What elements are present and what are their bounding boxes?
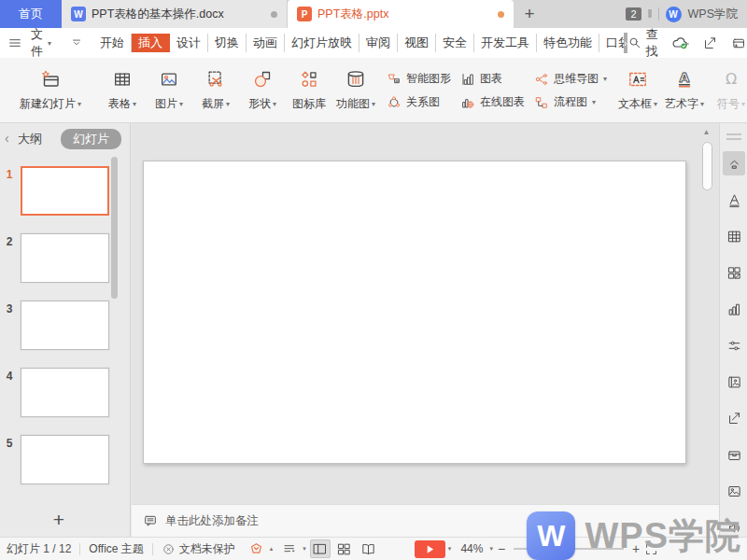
share-panel-icon[interactable]	[723, 406, 745, 430]
ribbon-button-picture[interactable]: 图片▾	[146, 58, 192, 122]
chart-panel-icon[interactable]	[723, 297, 745, 321]
ribbon-button-relation-diagram[interactable]: 关系图	[387, 94, 451, 110]
ribbon-button-mindmap[interactable]: 思维导图▾	[534, 71, 607, 87]
ribbon-button-flowchart[interactable]: 流程图▾	[534, 94, 607, 110]
panel-collapse-icon[interactable]	[723, 151, 745, 175]
panel-collapse-arrow-icon[interactable]: ‹	[5, 131, 9, 146]
slide-page[interactable]	[143, 161, 686, 464]
menu-item-review[interactable]: 审阅	[359, 34, 398, 52]
slide-panel: ‹ 大纲 幻灯片 12345 +	[0, 123, 131, 537]
ribbon-label-function-diagram: 功能图▾	[336, 96, 375, 112]
ribbon-button-screenshot[interactable]: 截屏▾	[192, 58, 239, 122]
slide-thumbnail-4[interactable]: 4	[0, 368, 131, 421]
ribbon-button-chart[interactable]: 图表	[460, 71, 525, 87]
unsaved-dot-icon	[271, 11, 277, 18]
ribbon-button-online-chart[interactable]: 在线图表	[460, 94, 525, 110]
notes-toggle-button[interactable]: ▾	[282, 541, 306, 556]
ribbon-button-new-slide[interactable]: 新建幻灯片▾	[13, 58, 88, 122]
zoom-out-button[interactable]: −	[498, 541, 505, 556]
ribbon-button-table[interactable]: 表格▾	[99, 58, 146, 122]
home-button[interactable]: 首页	[0, 0, 62, 28]
picture-panel-icon[interactable]	[723, 479, 745, 503]
add-slide-button[interactable]: +	[0, 509, 118, 531]
ribbon-toolbar: 新建幻灯片▾表格▾图片▾截屏▾形状▾图标库功能图▾智能图形关系图图表在线图表思维…	[0, 58, 747, 123]
layout-panel-icon[interactable]	[723, 260, 745, 285]
hamburger-menu-icon[interactable]	[7, 35, 22, 50]
image-library-panel-icon[interactable]	[723, 370, 745, 394]
ribbon-label-new-slide: 新建幻灯片▾	[20, 96, 81, 112]
home-button-label: 首页	[19, 6, 43, 22]
view-switcher	[310, 539, 403, 558]
view-slideshow-button[interactable]	[383, 539, 403, 558]
brand-label[interactable]: WPS学院	[688, 7, 738, 22]
ribbon-button-shapes[interactable]: 形状▾	[239, 58, 286, 122]
slide-thumbnail-5[interactable]: 5	[0, 435, 131, 488]
zoom-in-button[interactable]: +	[632, 541, 640, 556]
view-sorter-button[interactable]	[334, 539, 355, 558]
view-reading-button[interactable]	[359, 539, 379, 558]
wps-logo-icon[interactable]: W	[666, 7, 682, 22]
menu-item-special-features[interactable]: 特色功能	[537, 34, 599, 52]
table-panel-icon[interactable]	[723, 224, 745, 248]
ribbon-button-wordart[interactable]: A艺术字▾	[661, 58, 708, 122]
ribbon-button-function-diagram[interactable]: 功能图▾	[332, 58, 379, 122]
menu-item-home[interactable]: 开始	[92, 34, 132, 52]
menu-item-devtools[interactable]: 开发工具	[474, 34, 537, 52]
slide-thumb-preview[interactable]	[21, 166, 109, 216]
toolbox-panel-icon[interactable]	[723, 442, 745, 467]
sidebar-drag-handle[interactable]	[726, 133, 741, 143]
slide-thumb-preview[interactable]	[21, 233, 109, 283]
share-icon[interactable]	[702, 35, 718, 51]
doc-tab-writer-doc[interactable]: WPPT表格的基本操作.docx	[62, 0, 288, 28]
smart-graphics-icon	[387, 72, 402, 87]
menu-item-transition[interactable]: 切换	[208, 34, 247, 52]
zoom-slider[interactable]	[514, 548, 624, 550]
screenshot-icon	[205, 66, 226, 92]
slide-thumbnail-3[interactable]: 3	[0, 301, 131, 354]
notes-bubble-icon	[143, 513, 158, 528]
slide-thumb-preview[interactable]	[21, 435, 109, 484]
menu-item-slideshow[interactable]: 幻灯片放映	[285, 34, 359, 52]
fit-to-window-icon[interactable]	[644, 542, 658, 556]
cloud-sync-icon[interactable]	[671, 35, 689, 52]
tab-slides[interactable]: 幻灯片	[61, 129, 121, 149]
slide-thumb-preview[interactable]	[21, 301, 109, 350]
menu-item-insert[interactable]: 插入	[132, 34, 170, 52]
slide-thumb-preview[interactable]	[21, 368, 109, 417]
ribbon-button-icon-library[interactable]: 图标库	[286, 58, 332, 122]
docer-resources-button[interactable]: ▴	[248, 541, 274, 557]
ribbon-button-textbox[interactable]: 文本框▾	[614, 58, 661, 122]
document-protection[interactable]: 文档未保护	[162, 541, 235, 557]
canvas-scrollbar[interactable]	[702, 142, 712, 190]
chart-icon	[460, 72, 475, 87]
new-note-icon[interactable]	[731, 35, 747, 51]
ribbon-button-smart-graphics[interactable]: 智能图形	[387, 71, 451, 87]
zoom-slider-knob[interactable]	[540, 542, 552, 554]
menu-item-design[interactable]: 设计	[170, 34, 208, 52]
doc-tab-ppt-doc[interactable]: PPPT表格.pptx	[288, 0, 514, 28]
menu-item-view[interactable]: 视图	[398, 34, 436, 52]
svg-text:Ω: Ω	[726, 70, 737, 88]
dropdown-caret-icon: ▾	[133, 100, 136, 108]
file-menu-button[interactable]: 文件 ▾	[22, 26, 55, 60]
search-button[interactable]: 查找	[627, 26, 658, 60]
slide-panel-scrollbar[interactable]	[111, 157, 118, 299]
canvas-scroll-up-icon[interactable]: ▲	[701, 128, 712, 136]
menu-item-security[interactable]: 安全	[436, 34, 474, 52]
menu-item-pocket[interactable]: 口袋	[599, 34, 624, 52]
ribbon-label-symbol: 符号▾	[717, 96, 745, 112]
play-slideshow-button[interactable]	[415, 540, 445, 558]
dropdown-caret-icon: ▾	[654, 100, 657, 108]
wordart-panel-icon[interactable]	[723, 188, 745, 212]
quick-access-icon[interactable]	[70, 36, 83, 49]
zoom-percentage[interactable]: 44%	[460, 542, 483, 555]
window-count-badge[interactable]: 2	[626, 7, 641, 21]
tab-outline[interactable]: 大纲	[8, 129, 51, 149]
adjust-panel-icon[interactable]	[723, 333, 745, 357]
notes-bar[interactable]: 单击此处添加备注	[132, 504, 719, 537]
menu-item-animation[interactable]: 动画	[247, 34, 285, 52]
view-normal-button[interactable]	[310, 539, 331, 558]
theme-name[interactable]: Office 主题	[89, 541, 143, 557]
search-label: 查找	[646, 26, 658, 60]
new-tab-button[interactable]: +	[514, 0, 545, 28]
